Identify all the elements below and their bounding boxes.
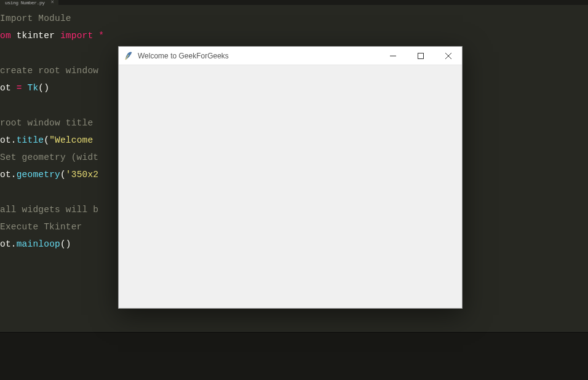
keyword-import: import: [55, 31, 98, 41]
open-paren: (: [44, 135, 49, 145]
star: *: [98, 31, 104, 41]
parens: (): [38, 83, 49, 93]
class-name: Tk: [28, 83, 39, 93]
variable: ot: [0, 239, 11, 249]
dot: .: [11, 170, 17, 180]
comment-text: Execute Tkinter: [0, 222, 82, 232]
keyword-from: om: [0, 31, 17, 41]
svg-rect-1: [418, 53, 423, 58]
variable: ot: [0, 135, 11, 145]
window-controls: [379, 47, 462, 65]
module-name: tkinter: [17, 31, 55, 41]
parens: (): [60, 239, 71, 249]
comment-text: Import Module: [0, 14, 71, 23]
method-name: mainloop: [17, 239, 60, 249]
minimize-button[interactable]: [379, 47, 407, 65]
file-tab[interactable]: using Number.py ×: [0, 0, 58, 5]
string-literal: '350x2: [66, 170, 98, 180]
comment-text: all widgets will b: [0, 205, 98, 215]
close-icon[interactable]: ×: [51, 0, 54, 6]
close-button[interactable]: [434, 47, 462, 65]
maximize-button[interactable]: [407, 47, 434, 65]
tkinter-app-window[interactable]: Welcome to GeekForGeeks: [118, 46, 463, 309]
tab-bar: using Number.py ×: [0, 0, 588, 5]
window-titlebar[interactable]: Welcome to GeekForGeeks: [119, 47, 462, 65]
equals: =: [17, 83, 28, 93]
window-content: [119, 65, 462, 308]
variable: ot: [0, 83, 17, 93]
open-paren: (: [60, 170, 66, 180]
status-bar: [0, 332, 588, 380]
tab-filename: using Number.py: [5, 0, 45, 6]
dot: .: [11, 239, 17, 249]
method-name: geometry: [17, 170, 60, 180]
comment-text: root window title: [0, 118, 98, 128]
dot: .: [11, 135, 17, 145]
comment-text: create root window: [0, 66, 98, 76]
string-literal: "Welcome: [49, 135, 98, 145]
method-name: title: [17, 135, 44, 145]
variable: ot: [0, 170, 11, 180]
feather-icon: [124, 51, 133, 61]
window-title: Welcome to GeekForGeeks: [138, 52, 379, 60]
comment-text: Set geometry (widt: [0, 152, 98, 162]
